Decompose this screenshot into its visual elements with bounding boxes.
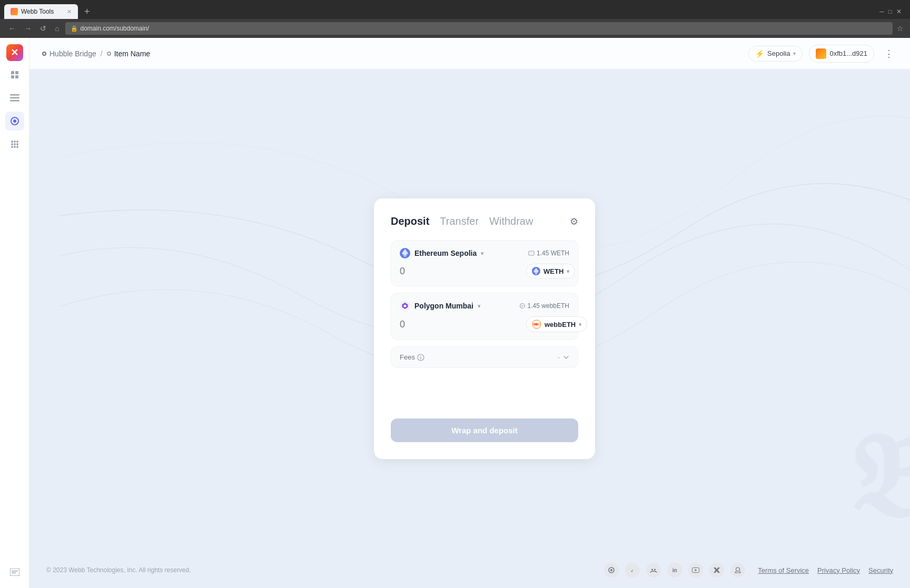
social-link-linkedin[interactable]: in — [667, 563, 682, 577]
grid-icon — [10, 70, 19, 79]
apps-icon — [10, 139, 19, 149]
tab-transfer[interactable]: Transfer — [440, 215, 479, 227]
social-link-commonwealth[interactable] — [604, 563, 619, 577]
sidebar-item-grid[interactable] — [5, 65, 24, 84]
copyright-text: © 2023 Webb Technologies, Inc. All right… — [46, 566, 191, 574]
more-options-button[interactable]: ⋮ — [881, 45, 897, 62]
tab-bar: Webb Tools ✕ + ─ □ ✕ — [0, 0, 910, 19]
footer-links: Terms of Service Privacy Policy Security — [758, 566, 893, 574]
breadcrumb-current-label: Item Name — [114, 49, 150, 58]
more-icon: ⋮ — [884, 48, 894, 59]
source-amount-row: WETH ▾ — [400, 264, 569, 278]
network-chevron-icon: ▾ — [793, 51, 796, 56]
svg-text:i: i — [420, 355, 422, 361]
social-link-telegram[interactable] — [625, 563, 640, 577]
dest-amount-row: webbETH ▾ — [400, 316, 569, 332]
svg-rect-6 — [10, 100, 19, 102]
header-right: ⚡ Sepolia ▾ 0xfb1...d921 ⋮ — [748, 45, 897, 63]
source-chain-header: Ethereum Sepolia ▾ 1.45 WETH — [400, 248, 569, 258]
nav-refresh-button[interactable]: ↺ — [38, 23, 48, 34]
dest-amount-input[interactable] — [400, 319, 522, 330]
dest-token-selector[interactable]: webbETH ▾ — [526, 316, 587, 332]
social-link-youtube[interactable] — [688, 563, 703, 577]
wallet-address-label: 0xfb1...d921 — [829, 49, 867, 57]
source-token-chevron-icon: ▾ — [567, 268, 569, 274]
security-link[interactable]: Security — [868, 566, 893, 574]
poly-chain-icon — [400, 301, 410, 311]
tab-deposit[interactable]: Deposit — [391, 215, 429, 227]
social-link-twitter[interactable] — [709, 563, 724, 577]
svg-point-17 — [16, 146, 18, 148]
nav-forward-button[interactable]: → — [22, 23, 34, 34]
tab-favicon — [11, 8, 18, 15]
address-bar: ← → ↺ ⌂ 🔒 domain.com/subdomain/ ☆ — [0, 19, 910, 38]
main-content: 𝔅 Deposit Transfer Withdraw ⚙ Ethereum S… — [59, 69, 910, 588]
sidebar-item-terminal[interactable] — [5, 563, 24, 582]
dest-chain-selector[interactable]: Polygon Mumbai ▾ — [400, 301, 480, 311]
svg-point-34 — [654, 569, 656, 571]
source-token-selector[interactable]: WETH ▾ — [526, 264, 575, 278]
sidebar: ✕ — [0, 38, 29, 588]
dest-chain-header: Polygon Mumbai ▾ 1.45 webbETH — [400, 301, 569, 311]
svg-rect-4 — [10, 94, 19, 96]
source-token-label: WETH — [543, 267, 563, 275]
sidebar-item-list[interactable] — [5, 88, 24, 107]
svg-point-12 — [11, 143, 13, 145]
fees-text: Fees — [400, 353, 415, 361]
wallet-balance-icon — [528, 250, 535, 256]
address-input[interactable]: 🔒 domain.com/subdomain/ — [65, 22, 893, 35]
active-tab[interactable]: Webb Tools ✕ — [4, 4, 78, 19]
bookmark-button[interactable]: ☆ — [897, 24, 904, 33]
wrap-and-deposit-button[interactable]: Wrap and deposit — [391, 418, 578, 442]
svg-point-14 — [16, 143, 18, 145]
window-minimize-button[interactable]: ─ — [879, 8, 884, 15]
app: ✕ — [0, 38, 910, 588]
dest-chain-label: Polygon Mumbai — [414, 302, 473, 310]
nav-back-button[interactable]: ← — [6, 23, 18, 34]
tab-close-button[interactable]: ✕ — [67, 8, 72, 15]
social-link-github[interactable] — [730, 563, 745, 577]
svg-point-8 — [13, 119, 16, 123]
network-selector-button[interactable]: ⚡ Sepolia ▾ — [748, 46, 803, 62]
dest-chain-balance: 1.45 webbETH — [519, 302, 569, 310]
background-watermark: 𝔅 — [848, 411, 910, 546]
breadcrumb-root[interactable]: Hubble Bridge — [42, 49, 96, 58]
source-amount-input[interactable] — [400, 266, 522, 277]
fees-amount: - — [558, 353, 560, 361]
svg-point-15 — [11, 146, 13, 148]
webb-token-icon — [532, 320, 541, 329]
sidebar-item-apps[interactable] — [5, 135, 24, 154]
dest-balance-icon — [519, 303, 526, 309]
card-tabs: Deposit Transfer Withdraw ⚙ — [391, 215, 578, 227]
window-close-button[interactable]: ✕ — [896, 8, 902, 15]
source-chain-selector[interactable]: Ethereum Sepolia ▾ — [400, 248, 483, 258]
window-maximize-button[interactable]: □ — [888, 8, 892, 15]
sidebar-item-circle[interactable] — [5, 112, 24, 131]
footer-right: in Terms of Service Privacy Policy Secur… — [604, 563, 893, 577]
source-chain-label: Ethereum Sepolia — [414, 249, 477, 257]
network-label: Sepolia — [767, 49, 790, 57]
breadcrumb-root-label: Hubble Bridge — [50, 49, 96, 58]
social-link-discord[interactable] — [646, 563, 661, 577]
eth-token-icon — [532, 267, 540, 275]
nav-home-button[interactable]: ⌂ — [53, 23, 61, 34]
fees-chevron-icon[interactable] — [563, 354, 569, 361]
svg-point-36 — [736, 567, 740, 571]
tab-withdraw[interactable]: Withdraw — [489, 215, 533, 227]
svg-point-32 — [610, 569, 612, 571]
app-logo[interactable]: ✕ — [6, 44, 23, 61]
deposit-card: Deposit Transfer Withdraw ⚙ Ethereum Sep… — [374, 198, 595, 459]
source-chain-balance: 1.45 WETH — [528, 250, 569, 257]
svg-point-28 — [536, 323, 538, 326]
svg-point-13 — [14, 143, 16, 145]
card-settings-button[interactable]: ⚙ — [570, 216, 578, 227]
privacy-policy-link[interactable]: Privacy Policy — [817, 566, 860, 574]
fees-value: - — [558, 353, 569, 361]
breadcrumb-current: Item Name — [107, 49, 150, 58]
breadcrumb-current-dot — [107, 52, 111, 56]
circle-icon — [10, 116, 19, 126]
new-tab-button[interactable]: + — [80, 6, 94, 17]
breadcrumb: Hubble Bridge / Item Name — [42, 49, 150, 58]
terms-of-service-link[interactable]: Terms of Service — [758, 566, 809, 574]
wallet-button[interactable]: 0xfb1...d921 — [809, 45, 874, 63]
